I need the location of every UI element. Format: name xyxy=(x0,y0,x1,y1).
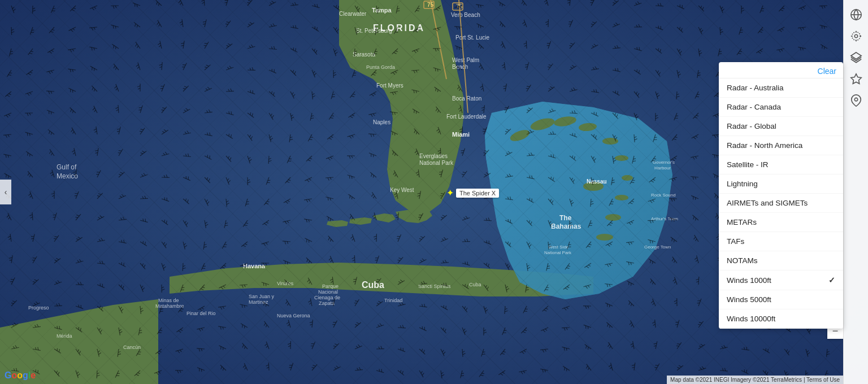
dropdown-header: Clear xyxy=(719,62,843,78)
svg-text:Beach: Beach xyxy=(452,64,468,70)
svg-text:St. Petersburg: St. Petersburg xyxy=(356,28,392,34)
svg-point-9 xyxy=(615,195,628,200)
svg-text:Fort Myers: Fort Myers xyxy=(376,82,403,89)
dropdown-item[interactable]: Winds 1000ft✓ xyxy=(719,270,843,290)
svg-text:Havana: Havana xyxy=(243,263,266,269)
svg-text:Bahamas: Bahamas xyxy=(551,222,581,230)
dropdown-item-label: Radar - Global xyxy=(727,122,776,130)
dropdown-item-checkmark: ✓ xyxy=(828,276,835,285)
dropdown-item-label: Radar - Australia xyxy=(727,84,784,92)
svg-text:75: 75 xyxy=(456,3,463,10)
dropdown-item[interactable]: Radar - North America xyxy=(719,136,843,155)
location-icon[interactable] xyxy=(846,26,866,46)
svg-point-8 xyxy=(622,175,633,181)
svg-text:Progreso: Progreso xyxy=(28,305,49,311)
dropdown-item[interactable]: Radar - Canada xyxy=(719,98,843,117)
pin-icon[interactable] xyxy=(846,90,866,111)
svg-text:George Town: George Town xyxy=(644,245,671,250)
svg-text:Fort Lauderdale: Fort Lauderdale xyxy=(446,114,487,120)
svg-text:Mérida: Mérida xyxy=(57,333,72,339)
svg-text:The: The xyxy=(559,214,572,222)
svg-text:Governor's: Governor's xyxy=(653,160,675,165)
clear-button[interactable]: Clear xyxy=(818,67,836,76)
dropdown-item[interactable]: Radar - Australia xyxy=(719,78,843,98)
svg-text:National Park: National Park xyxy=(544,250,572,255)
dropdown-item[interactable]: NOTAMs xyxy=(719,251,843,270)
svg-text:Rock Sound: Rock Sound xyxy=(651,193,676,198)
svg-text:Naples: Naples xyxy=(373,119,390,125)
dropdown-item-label: Winds 10000ft xyxy=(727,315,775,323)
marker-icon: ✦ xyxy=(446,187,454,198)
location-marker: ✦ The Spider X xyxy=(446,187,499,198)
svg-point-74 xyxy=(854,98,858,101)
dropdown-item-label: Satellite - IR xyxy=(727,160,769,169)
svg-point-11 xyxy=(596,234,613,241)
svg-text:National Park: National Park xyxy=(419,160,454,166)
dropdown-item-label: METARs xyxy=(727,218,757,226)
dropdown-items-list: Radar - AustraliaRadar - CanadaRadar - G… xyxy=(719,78,843,329)
svg-text:Nacional: Nacional xyxy=(318,289,338,295)
dropdown-item-label: NOTAMs xyxy=(727,256,758,265)
svg-text:Sarasota: Sarasota xyxy=(353,51,375,58)
dropdown-item-label: Winds 5000ft xyxy=(727,295,771,304)
layers-icon[interactable] xyxy=(846,47,866,68)
svg-text:Vero Beach: Vero Beach xyxy=(451,12,480,18)
map-attribution: Map data ©2021 INEGI Imagery ©2021 Terra… xyxy=(667,376,843,384)
dropdown-item-label: Winds 1000ft xyxy=(727,276,771,285)
svg-text:West Palm: West Palm xyxy=(452,57,479,63)
svg-text:Miami: Miami xyxy=(452,131,470,138)
dropdown-item-label: AIRMETs and SIGMETs xyxy=(727,199,808,207)
dropdown-item[interactable]: Radar - Global xyxy=(719,117,843,136)
dropdown-item[interactable]: Satellite - IR xyxy=(719,155,843,174)
marker-label: The Spider X xyxy=(456,189,499,198)
svg-point-71 xyxy=(852,32,860,41)
svg-text:Tampa: Tampa xyxy=(372,7,392,14)
svg-text:Everglades: Everglades xyxy=(419,153,448,159)
svg-text:Vinales: Vinales xyxy=(277,281,294,286)
dropdown-item-label: Lightning xyxy=(727,180,758,188)
svg-text:Arthur's Town: Arthur's Town xyxy=(651,216,678,221)
svg-text:Nueva Gerona: Nueva Gerona xyxy=(277,313,310,318)
svg-point-7 xyxy=(615,155,628,161)
svg-text:Harbour: Harbour xyxy=(654,165,671,171)
dropdown-item-label: TAFs xyxy=(727,237,744,246)
svg-text:Mexico: Mexico xyxy=(57,172,78,180)
svg-text:Pinar del Rio: Pinar del Rio xyxy=(186,311,216,316)
svg-text:75: 75 xyxy=(427,2,434,8)
svg-text:Cuba: Cuba xyxy=(469,282,481,287)
dropdown-item-label: Radar - North America xyxy=(727,141,802,150)
svg-text:Punta Gorda: Punta Gorda xyxy=(366,64,395,70)
globe-icon[interactable] xyxy=(846,5,866,25)
svg-text:Matahambre: Matahambre xyxy=(155,303,184,309)
svg-text:Nassau: Nassau xyxy=(587,178,607,185)
svg-text:Cancún: Cancún xyxy=(123,344,141,350)
terms-link[interactable]: Terms of Use xyxy=(806,377,840,383)
svg-text:Cuba: Cuba xyxy=(362,280,384,290)
svg-text:Key West: Key West xyxy=(390,187,414,193)
dropdown-item[interactable]: AIRMETs and SIGMETs xyxy=(719,194,843,213)
svg-text:Martinez: Martinez xyxy=(249,299,268,305)
svg-text:Sancti Spiritus: Sancti Spiritus xyxy=(418,283,451,289)
svg-text:San Juan y: San Juan y xyxy=(249,294,275,299)
map-expand-arrow[interactable]: ‹ xyxy=(0,180,11,204)
dropdown-item[interactable]: Lightning xyxy=(719,174,843,194)
dropdown-item[interactable]: METARs xyxy=(719,213,843,232)
svg-point-6 xyxy=(602,138,618,145)
svg-text:Clearwater: Clearwater xyxy=(339,11,367,17)
star-icon[interactable] xyxy=(846,69,866,89)
google-logo: Google xyxy=(5,370,36,381)
svg-text:Trinidad: Trinidad xyxy=(384,298,402,303)
layers-dropdown: Clear Radar - AustraliaRadar - CanadaRad… xyxy=(719,62,843,329)
svg-point-70 xyxy=(854,34,858,38)
svg-text:Gulf of: Gulf of xyxy=(57,163,77,171)
dropdown-item[interactable]: TAFs xyxy=(719,232,843,251)
dropdown-item[interactable]: Winds 5000ft xyxy=(719,290,843,309)
dropdown-item[interactable]: Winds 10000ft xyxy=(719,309,843,329)
svg-text:Port St. Lucie: Port St. Lucie xyxy=(455,34,489,41)
svg-text:Minas de: Minas de xyxy=(158,298,179,303)
svg-text:West Side: West Side xyxy=(548,245,569,250)
svg-text:Zapata: Zapata xyxy=(319,300,335,306)
svg-marker-73 xyxy=(850,74,861,84)
dropdown-item-label: Radar - Canada xyxy=(727,103,781,111)
svg-text:Parque: Parque xyxy=(322,283,338,289)
